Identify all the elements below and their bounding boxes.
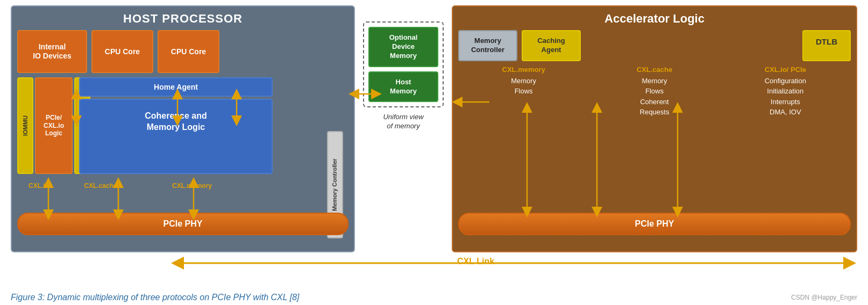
cxl-memory-label-left: CXL.memory xyxy=(162,182,222,190)
watermark-text: CSDN @Happy_Enger xyxy=(791,294,857,301)
iommu-box: IOMMU xyxy=(17,77,33,174)
cxl-io-label-left: CXL.io xyxy=(17,182,60,190)
accel-cols: CXL.memory Memory Flows CXL.cache Memory… xyxy=(458,66,851,118)
cpu-core-2-box: CPU Core xyxy=(158,30,219,73)
bottom-bar: Figure 3: Dynamic multiplexing of three … xyxy=(0,293,868,302)
host-pcie-phy-bar: PCIe PHY xyxy=(17,213,348,235)
accel-col-memory: CXL.memory Memory Flows xyxy=(486,66,561,118)
cxl-cache-accel-label: CXL.cache xyxy=(637,66,672,74)
pcie-cxl-box: PCIe/ CXL.io Logic xyxy=(35,77,73,174)
dashed-box: Optional Device Memory Host Memory xyxy=(363,21,444,107)
cxl-io-accel-text: Configuration Initialization Interrupts … xyxy=(765,76,806,118)
coherence-box: Coherence and Memory Logic xyxy=(79,99,273,174)
dtlb-box: DTLB xyxy=(802,30,851,61)
cxl-memory-accel-label: CXL.memory xyxy=(502,66,545,74)
accel-mem-ctrl-box: Memory Controller xyxy=(458,30,517,61)
cxl-memory-accel-text: Memory Flows xyxy=(511,76,536,97)
uniform-view-text: Uniform view of memory xyxy=(383,113,423,131)
host-memory-box: Host Memory xyxy=(368,71,438,103)
caching-agent-box: Caching Agent xyxy=(522,30,581,61)
caption-text: Figure 3: Dynamic multiplexing of three … xyxy=(11,293,791,302)
accel-pcie-phy-bar: PCIe PHY xyxy=(458,213,851,235)
accel-col-io: CXL.io/ PCIe Configuration Initializatio… xyxy=(748,66,823,118)
cxl-cache-label-left: CXL.cache xyxy=(76,182,125,190)
host-processor-box: HOST PROCESSOR Internal IO Devices CPU C… xyxy=(11,5,355,252)
host-processor-title: HOST PROCESSOR xyxy=(17,12,348,26)
accelerator-logic-box: Accelerator Logic Memory Controller Cach… xyxy=(452,5,857,252)
top-boxes-row: Internal IO Devices CPU Core CPU Core xyxy=(17,30,348,73)
middle-section: Optional Device Memory Host Memory Unifo… xyxy=(360,5,446,252)
optional-device-memory-box: Optional Device Memory xyxy=(368,27,438,67)
accel-col-cache: CXL.cache Memory Flows Coherent Requests xyxy=(617,66,692,118)
cpu-core-1-box: CPU Core xyxy=(91,30,153,73)
home-agent-box: Home Agent xyxy=(79,77,273,97)
cxl-io-accel-label: CXL.io/ PCIe xyxy=(765,66,806,74)
accel-top-row: Memory Controller Caching Agent DTLB xyxy=(458,30,851,61)
internal-io-box: Internal IO Devices xyxy=(17,30,87,73)
cxl-link-label: CXL Link xyxy=(457,257,494,266)
accelerator-title: Accelerator Logic xyxy=(458,12,851,26)
cxl-cache-accel-text: Memory Flows Coherent Requests xyxy=(640,76,670,118)
diagram-container: HOST PROCESSOR Internal IO Devices CPU C… xyxy=(0,0,868,279)
